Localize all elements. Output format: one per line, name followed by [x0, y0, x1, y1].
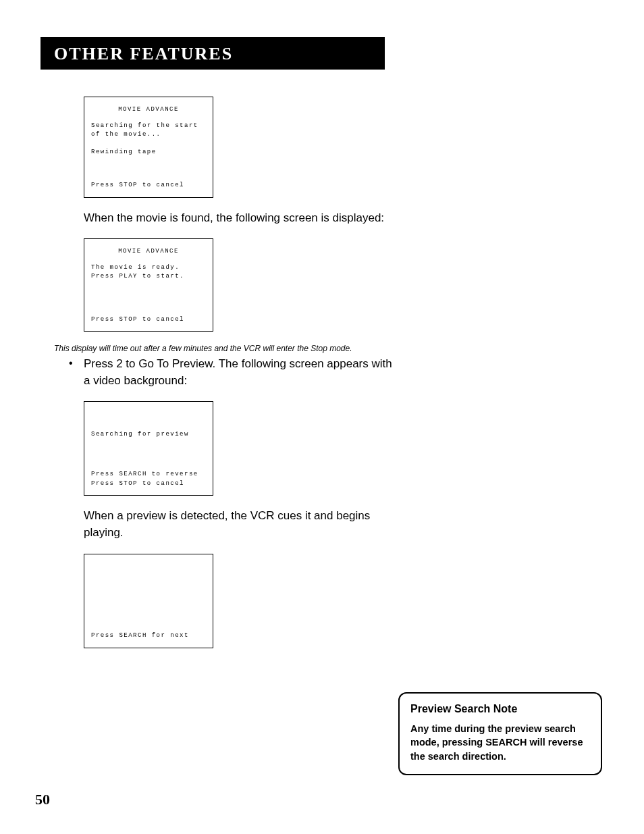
timeout-note: This display will time out after a few m… — [54, 344, 603, 353]
osd-screen-3: Searching for preview Press SEARCH to re… — [84, 401, 213, 496]
para-1: When the movie is found, the following s… — [84, 210, 401, 227]
para-2: When a preview is detected, the VCR cues… — [84, 508, 401, 541]
osd4-line1: Press SEARCH for next — [91, 631, 206, 641]
osd2-line2: Press PLAY to start. — [91, 272, 206, 282]
osd3-line3: Press STOP to cancel — [91, 479, 206, 489]
osd1-title: MOVIE ADVANCE — [91, 105, 206, 115]
osd-screen-1: MOVIE ADVANCE Searching for the start of… — [84, 97, 213, 198]
osd2-line3: Press STOP to cancel — [91, 315, 206, 325]
osd-screen-2: MOVIE ADVANCE The movie is ready. Press … — [84, 238, 213, 332]
sidenote-title: Preview Search Note — [410, 703, 590, 715]
osd1-line3: Rewinding tape — [91, 148, 206, 157]
bullet-item: • Press 2 to Go To Preview. The followin… — [84, 356, 401, 389]
bullet-text: Press 2 to Go To Preview. The following … — [84, 357, 392, 387]
page-number: 50 — [35, 791, 50, 808]
section-title: OTHER FEATURES — [54, 44, 371, 64]
osd-screen-4: Press SEARCH for next — [84, 554, 213, 648]
osd1-line1: Searching for the start — [91, 122, 206, 131]
section-header: OTHER FEATURES — [41, 37, 385, 70]
preview-search-note-box: Preview Search Note Any time during the … — [398, 692, 602, 775]
sidenote-body: Any time during the preview search mode,… — [410, 722, 590, 763]
bullet-icon: • — [69, 357, 73, 369]
main-content: MOVIE ADVANCE Searching for the start of… — [84, 97, 603, 648]
osd3-line2: Press SEARCH to reverse — [91, 470, 206, 479]
osd2-line1: The movie is ready. — [91, 263, 206, 273]
osd3-line1: Searching for preview — [91, 430, 206, 440]
osd1-line4: Press STOP to cancel — [91, 181, 206, 190]
osd2-title: MOVIE ADVANCE — [91, 247, 206, 257]
osd1-line2: of the movie... — [91, 130, 206, 140]
